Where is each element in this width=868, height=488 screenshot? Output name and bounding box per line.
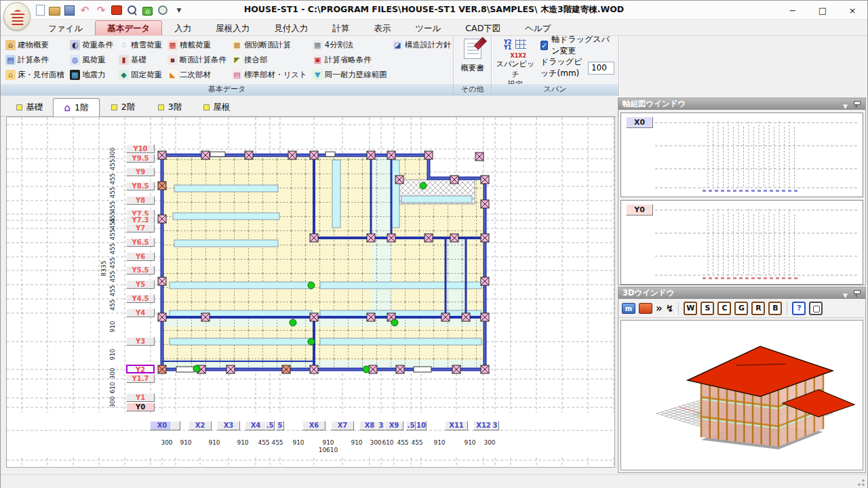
x-axis-label-3[interactable]: 3 bbox=[491, 421, 499, 430]
menu-tab-CAD下図[interactable]: CAD下図 bbox=[453, 20, 513, 35]
y-axis-label-Y4.5[interactable]: Y4.5 bbox=[126, 294, 155, 303]
floor-tab-1階[interactable]: ⌂1階 bbox=[53, 98, 100, 117]
x-axis-label-X2[interactable]: X2 bbox=[189, 421, 212, 430]
threed-panel-header[interactable]: 3Dウインドウ ▼ bbox=[618, 287, 865, 299]
x-axis-label-5[interactable]: 5 bbox=[276, 421, 284, 430]
x-axis-label-X9[interactable]: X9 bbox=[384, 421, 403, 430]
ribbon-item-二次部材[interactable]: ◣二次部材 bbox=[165, 67, 229, 82]
y-axis-label-Y5.5[interactable]: Y5.5 bbox=[126, 266, 155, 274]
threed-mode-button-R[interactable]: R bbox=[751, 302, 765, 315]
ribbon-item-荷重条件[interactable]: ◐荷重条件 bbox=[68, 37, 115, 52]
x-axis-label-.5[interactable]: .5 bbox=[265, 421, 275, 430]
x-axis-label-blank[interactable] bbox=[171, 421, 180, 430]
plan-canvas[interactable]: Y10Y9.5Y9Y8.5Y8Y7.5Y7.3Y7Y6.5Y6Y5.5Y5Y4.… bbox=[6, 117, 615, 468]
elevation-axis-button-Y0[interactable]: Y0 bbox=[626, 204, 653, 216]
ribbon-item-建物概要[interactable]: ⌂建物概要 bbox=[3, 37, 66, 52]
floor-tab-基礎[interactable]: 基礎 bbox=[6, 98, 53, 116]
drag-pitch-input[interactable]: 100 bbox=[588, 62, 614, 75]
ribbon-item-計算省略条件[interactable]: ▣計算省略条件 bbox=[311, 52, 389, 67]
threed-mode-button-G[interactable]: G bbox=[734, 302, 748, 315]
threed-mode-button-W[interactable]: W bbox=[684, 302, 697, 315]
threed-house-render bbox=[621, 321, 864, 470]
menu-tab-見付入力[interactable]: 見付入力 bbox=[262, 20, 320, 35]
floor-tab-3階[interactable]: 3階 bbox=[146, 98, 193, 116]
y-axis-label-Y6.5[interactable]: Y6.5 bbox=[126, 238, 155, 247]
y-axis-label-Y8.5[interactable]: Y8.5 bbox=[126, 182, 155, 190]
threed-mode-button-C[interactable]: C bbox=[717, 302, 731, 315]
ribbon-item-固定荷重[interactable]: ◆固定荷重 bbox=[117, 67, 164, 82]
y-axis-label-Y10[interactable]: Y10 bbox=[126, 144, 155, 153]
threed-mode-button-S[interactable]: S bbox=[701, 302, 714, 315]
elevation-axis-button-X0[interactable]: X0 bbox=[626, 117, 653, 128]
y-axis-label-Y1.7[interactable]: Y1.7 bbox=[126, 374, 155, 383]
ribbon-item-断面計算条件[interactable]: ▪断面計算条件 bbox=[165, 52, 229, 67]
ribbon-item-構造設計方針[interactable]: ◪構造設計方針 bbox=[391, 37, 454, 52]
chevron-down-icon[interactable]: ▼ bbox=[843, 101, 848, 112]
y-axis-label-Y5[interactable]: Y5 bbox=[126, 280, 155, 289]
ribbon-item-地震力[interactable]: ▦地震力 bbox=[68, 67, 115, 82]
ribbon-item-標準部材・リスト[interactable]: ▤標準部材・リスト bbox=[230, 67, 309, 82]
resize-grip[interactable] bbox=[858, 479, 865, 486]
target-icon[interactable] bbox=[809, 302, 823, 315]
ribbon-item-個別断面計算[interactable]: ■個別断面計算 bbox=[230, 37, 309, 52]
chevrons-icon[interactable]: » bbox=[656, 302, 663, 314]
floor-tab-2階[interactable]: 2階 bbox=[100, 98, 146, 116]
y-axis-label-Y0[interactable]: Y0 bbox=[126, 403, 155, 411]
pin-icon[interactable] bbox=[853, 289, 860, 297]
menu-tab-計算[interactable]: 計算 bbox=[320, 20, 361, 35]
y-axis-label-Y3[interactable]: Y3 bbox=[126, 337, 155, 346]
x-axis-label-X3[interactable]: X3 bbox=[217, 421, 240, 430]
menu-tab-入力[interactable]: 入力 bbox=[162, 20, 203, 35]
ribbon-item-積載荷重[interactable]: ▦積載荷重 bbox=[165, 37, 229, 52]
pin-icon[interactable] bbox=[853, 100, 860, 108]
monitor-blue-icon[interactable]: m bbox=[622, 303, 635, 314]
ribbon-item-4分割法[interactable]: ▦4分割法 bbox=[311, 37, 389, 52]
menu-tab-屋根入力[interactable]: 屋根入力 bbox=[203, 20, 262, 35]
menu-tab-表示[interactable]: 表示 bbox=[361, 20, 403, 35]
summary-report-button[interactable]: 概要書 bbox=[457, 39, 488, 81]
x-axis-label-X7[interactable]: X7 bbox=[331, 421, 354, 430]
ribbon-item-床・見付面積[interactable]: ⌂床・見付面積 bbox=[3, 67, 66, 82]
y-axis-label-Y2[interactable]: Y2 bbox=[126, 365, 155, 373]
close-button[interactable]: × bbox=[837, 1, 867, 20]
threed-mode-button-B[interactable]: B bbox=[768, 302, 782, 315]
menu-tab-ヘルプ[interactable]: ヘルプ bbox=[513, 20, 563, 35]
ribbon-item-風荷重[interactable]: ◍風荷重 bbox=[68, 52, 115, 67]
monitor-orange-icon[interactable] bbox=[639, 303, 652, 314]
y-axis-label-Y4[interactable]: Y4 bbox=[126, 308, 155, 317]
threed-viewport[interactable] bbox=[620, 320, 863, 470]
y-axis-label-Y9.5[interactable]: Y9.5 bbox=[126, 154, 155, 163]
chevron-down-icon[interactable]: ▼ bbox=[843, 290, 848, 301]
span-pitch-settings-button[interactable]: Y2Y1 X1X2 スパンピッチ 設定 bbox=[496, 39, 535, 89]
ribbon-item-計算条件[interactable]: ▤計算条件 bbox=[3, 52, 66, 67]
elevation-view-X0[interactable]: X0 bbox=[620, 113, 863, 197]
menu-tab-ツール[interactable]: ツール bbox=[403, 20, 453, 35]
y-axis-label-Y8[interactable]: Y8 bbox=[126, 196, 155, 205]
elevation-view-Y0[interactable]: Y0 bbox=[620, 200, 863, 285]
individual-section-icon: ■ bbox=[232, 40, 242, 50]
maximize-button[interactable]: □ bbox=[808, 1, 837, 20]
app-logo-button[interactable] bbox=[3, 2, 31, 30]
axis-drag-span-checkbox[interactable]: ✓ bbox=[540, 41, 548, 50]
ribbon-item-基礎[interactable]: ▮基礎 bbox=[117, 52, 164, 67]
y-axis-label-Y6[interactable]: Y6 bbox=[126, 252, 155, 261]
ribbon-item-積雪荷重[interactable]: ☃積雪荷重 bbox=[117, 37, 164, 52]
menu-tab-ファイル[interactable]: ファイル bbox=[36, 20, 95, 35]
y-axis-label-Y7[interactable]: Y7 bbox=[126, 224, 155, 232]
x-dimension: 910 bbox=[347, 439, 367, 446]
ribbon-item-接合部[interactable]: ◤接合部 bbox=[230, 52, 309, 67]
x-axis-label-.5[interactable]: .5 bbox=[406, 421, 416, 430]
menu-tab-基本データ[interactable]: 基本データ bbox=[95, 20, 162, 35]
x-axis-label-X6[interactable]: X6 bbox=[302, 421, 326, 430]
floor-tab-屋根[interactable]: 屋根 bbox=[193, 98, 240, 116]
y-axis-label-Y9[interactable]: Y9 bbox=[126, 167, 155, 176]
x-axis-label-X4[interactable]: X4 bbox=[245, 421, 267, 430]
y-axis-label-Y1[interactable]: Y1 bbox=[126, 393, 155, 402]
x-axis-label-10[interactable]: 10 bbox=[416, 421, 427, 430]
frame-panel-header[interactable]: 軸組図ウインドウ ▼ bbox=[618, 98, 865, 110]
ribbon-item-同一耐力壁線範囲[interactable]: ▼同一耐力壁線範囲 bbox=[311, 67, 389, 82]
help-button[interactable]: ? bbox=[792, 302, 806, 315]
x-axis-label-X11[interactable]: X11 bbox=[445, 421, 468, 430]
minimize-button[interactable]: − bbox=[778, 1, 808, 20]
select-lightning-icon[interactable]: ↯ bbox=[666, 303, 674, 314]
